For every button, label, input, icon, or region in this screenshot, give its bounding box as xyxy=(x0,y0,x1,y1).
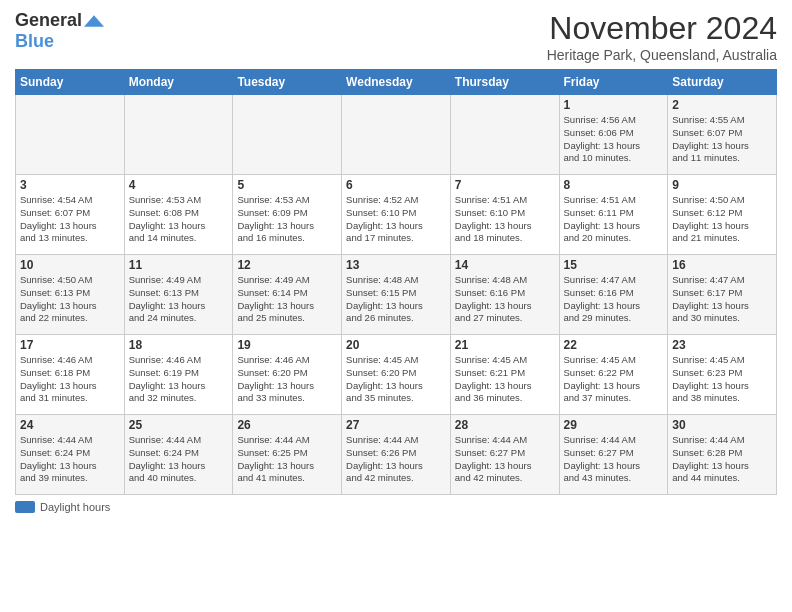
calendar-week-row: 1Sunrise: 4:56 AM Sunset: 6:06 PM Daylig… xyxy=(16,95,777,175)
day-number: 1 xyxy=(564,98,664,112)
logo: General Blue xyxy=(15,10,104,52)
day-info: Sunrise: 4:44 AM Sunset: 6:28 PM Dayligh… xyxy=(672,434,772,485)
calendar-cell: 18Sunrise: 4:46 AM Sunset: 6:19 PM Dayli… xyxy=(124,335,233,415)
calendar-table: SundayMondayTuesdayWednesdayThursdayFrid… xyxy=(15,69,777,495)
calendar-cell: 21Sunrise: 4:45 AM Sunset: 6:21 PM Dayli… xyxy=(450,335,559,415)
day-number: 28 xyxy=(455,418,555,432)
page-header: General Blue November 2024 Heritage Park… xyxy=(15,10,777,63)
legend-color-box xyxy=(15,501,35,513)
calendar-cell: 1Sunrise: 4:56 AM Sunset: 6:06 PM Daylig… xyxy=(559,95,668,175)
calendar-cell: 8Sunrise: 4:51 AM Sunset: 6:11 PM Daylig… xyxy=(559,175,668,255)
calendar-cell: 17Sunrise: 4:46 AM Sunset: 6:18 PM Dayli… xyxy=(16,335,125,415)
calendar-cell: 14Sunrise: 4:48 AM Sunset: 6:16 PM Dayli… xyxy=(450,255,559,335)
day-info: Sunrise: 4:55 AM Sunset: 6:07 PM Dayligh… xyxy=(672,114,772,165)
day-info: Sunrise: 4:45 AM Sunset: 6:21 PM Dayligh… xyxy=(455,354,555,405)
day-info: Sunrise: 4:44 AM Sunset: 6:26 PM Dayligh… xyxy=(346,434,446,485)
month-title: November 2024 xyxy=(547,10,777,47)
logo-icon xyxy=(84,13,104,29)
day-info: Sunrise: 4:45 AM Sunset: 6:22 PM Dayligh… xyxy=(564,354,664,405)
calendar-cell: 3Sunrise: 4:54 AM Sunset: 6:07 PM Daylig… xyxy=(16,175,125,255)
day-number: 4 xyxy=(129,178,229,192)
day-number: 7 xyxy=(455,178,555,192)
day-info: Sunrise: 4:44 AM Sunset: 6:27 PM Dayligh… xyxy=(455,434,555,485)
day-info: Sunrise: 4:50 AM Sunset: 6:13 PM Dayligh… xyxy=(20,274,120,325)
day-info: Sunrise: 4:44 AM Sunset: 6:24 PM Dayligh… xyxy=(129,434,229,485)
day-number: 2 xyxy=(672,98,772,112)
calendar-cell: 9Sunrise: 4:50 AM Sunset: 6:12 PM Daylig… xyxy=(668,175,777,255)
day-info: Sunrise: 4:48 AM Sunset: 6:16 PM Dayligh… xyxy=(455,274,555,325)
day-number: 22 xyxy=(564,338,664,352)
day-info: Sunrise: 4:44 AM Sunset: 6:27 PM Dayligh… xyxy=(564,434,664,485)
day-info: Sunrise: 4:47 AM Sunset: 6:17 PM Dayligh… xyxy=(672,274,772,325)
calendar-week-row: 3Sunrise: 4:54 AM Sunset: 6:07 PM Daylig… xyxy=(16,175,777,255)
logo-blue: Blue xyxy=(15,31,54,52)
day-number: 20 xyxy=(346,338,446,352)
day-info: Sunrise: 4:56 AM Sunset: 6:06 PM Dayligh… xyxy=(564,114,664,165)
logo-general: General xyxy=(15,10,82,31)
day-number: 25 xyxy=(129,418,229,432)
calendar-cell: 11Sunrise: 4:49 AM Sunset: 6:13 PM Dayli… xyxy=(124,255,233,335)
day-number: 17 xyxy=(20,338,120,352)
calendar-cell xyxy=(233,95,342,175)
calendar-cell: 4Sunrise: 4:53 AM Sunset: 6:08 PM Daylig… xyxy=(124,175,233,255)
day-info: Sunrise: 4:53 AM Sunset: 6:08 PM Dayligh… xyxy=(129,194,229,245)
header-wednesday: Wednesday xyxy=(342,70,451,95)
day-number: 19 xyxy=(237,338,337,352)
day-info: Sunrise: 4:48 AM Sunset: 6:15 PM Dayligh… xyxy=(346,274,446,325)
day-info: Sunrise: 4:51 AM Sunset: 6:11 PM Dayligh… xyxy=(564,194,664,245)
svg-marker-0 xyxy=(84,15,104,27)
day-info: Sunrise: 4:46 AM Sunset: 6:19 PM Dayligh… xyxy=(129,354,229,405)
calendar-cell: 12Sunrise: 4:49 AM Sunset: 6:14 PM Dayli… xyxy=(233,255,342,335)
day-info: Sunrise: 4:46 AM Sunset: 6:20 PM Dayligh… xyxy=(237,354,337,405)
calendar-cell: 20Sunrise: 4:45 AM Sunset: 6:20 PM Dayli… xyxy=(342,335,451,415)
calendar-header-row: SundayMondayTuesdayWednesdayThursdayFrid… xyxy=(16,70,777,95)
day-number: 30 xyxy=(672,418,772,432)
day-number: 15 xyxy=(564,258,664,272)
calendar-cell: 16Sunrise: 4:47 AM Sunset: 6:17 PM Dayli… xyxy=(668,255,777,335)
calendar-cell: 24Sunrise: 4:44 AM Sunset: 6:24 PM Dayli… xyxy=(16,415,125,495)
calendar-cell: 5Sunrise: 4:53 AM Sunset: 6:09 PM Daylig… xyxy=(233,175,342,255)
day-info: Sunrise: 4:45 AM Sunset: 6:23 PM Dayligh… xyxy=(672,354,772,405)
legend-label: Daylight hours xyxy=(40,501,110,513)
day-info: Sunrise: 4:52 AM Sunset: 6:10 PM Dayligh… xyxy=(346,194,446,245)
day-number: 3 xyxy=(20,178,120,192)
header-saturday: Saturday xyxy=(668,70,777,95)
day-number: 14 xyxy=(455,258,555,272)
calendar-week-row: 24Sunrise: 4:44 AM Sunset: 6:24 PM Dayli… xyxy=(16,415,777,495)
header-sunday: Sunday xyxy=(16,70,125,95)
calendar-cell xyxy=(124,95,233,175)
day-number: 26 xyxy=(237,418,337,432)
calendar-week-row: 10Sunrise: 4:50 AM Sunset: 6:13 PM Dayli… xyxy=(16,255,777,335)
day-info: Sunrise: 4:54 AM Sunset: 6:07 PM Dayligh… xyxy=(20,194,120,245)
title-block: November 2024 Heritage Park, Queensland,… xyxy=(547,10,777,63)
day-info: Sunrise: 4:49 AM Sunset: 6:13 PM Dayligh… xyxy=(129,274,229,325)
legend: Daylight hours xyxy=(15,501,777,513)
day-info: Sunrise: 4:46 AM Sunset: 6:18 PM Dayligh… xyxy=(20,354,120,405)
calendar-cell: 6Sunrise: 4:52 AM Sunset: 6:10 PM Daylig… xyxy=(342,175,451,255)
day-number: 29 xyxy=(564,418,664,432)
calendar-cell: 19Sunrise: 4:46 AM Sunset: 6:20 PM Dayli… xyxy=(233,335,342,415)
calendar-cell: 27Sunrise: 4:44 AM Sunset: 6:26 PM Dayli… xyxy=(342,415,451,495)
calendar-cell xyxy=(450,95,559,175)
header-tuesday: Tuesday xyxy=(233,70,342,95)
day-number: 13 xyxy=(346,258,446,272)
calendar-cell: 13Sunrise: 4:48 AM Sunset: 6:15 PM Dayli… xyxy=(342,255,451,335)
location: Heritage Park, Queensland, Australia xyxy=(547,47,777,63)
day-number: 12 xyxy=(237,258,337,272)
day-number: 10 xyxy=(20,258,120,272)
day-number: 27 xyxy=(346,418,446,432)
day-info: Sunrise: 4:50 AM Sunset: 6:12 PM Dayligh… xyxy=(672,194,772,245)
calendar-cell: 29Sunrise: 4:44 AM Sunset: 6:27 PM Dayli… xyxy=(559,415,668,495)
header-monday: Monday xyxy=(124,70,233,95)
day-number: 21 xyxy=(455,338,555,352)
day-info: Sunrise: 4:47 AM Sunset: 6:16 PM Dayligh… xyxy=(564,274,664,325)
day-info: Sunrise: 4:53 AM Sunset: 6:09 PM Dayligh… xyxy=(237,194,337,245)
day-number: 8 xyxy=(564,178,664,192)
day-number: 18 xyxy=(129,338,229,352)
day-number: 5 xyxy=(237,178,337,192)
calendar-cell: 26Sunrise: 4:44 AM Sunset: 6:25 PM Dayli… xyxy=(233,415,342,495)
day-number: 23 xyxy=(672,338,772,352)
day-number: 16 xyxy=(672,258,772,272)
calendar-cell: 15Sunrise: 4:47 AM Sunset: 6:16 PM Dayli… xyxy=(559,255,668,335)
day-info: Sunrise: 4:44 AM Sunset: 6:25 PM Dayligh… xyxy=(237,434,337,485)
